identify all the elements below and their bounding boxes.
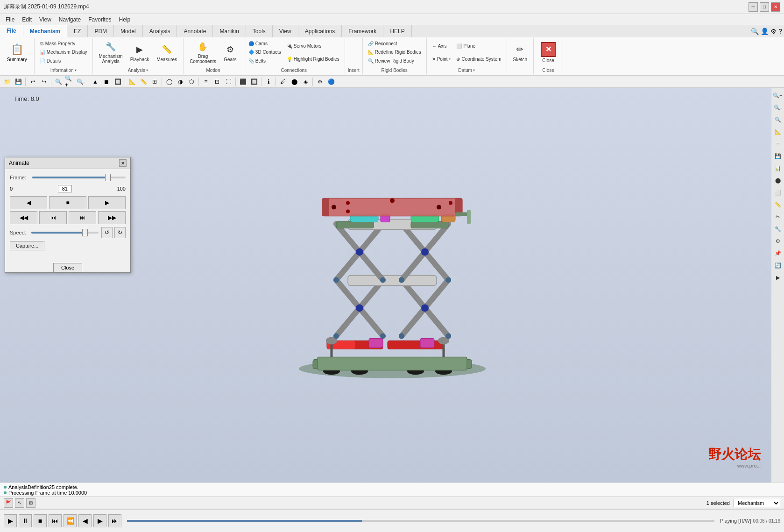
toolbar-btn-6[interactable]: 🔍+ — [64, 77, 75, 87]
tab-tools[interactable]: Tools — [246, 25, 273, 37]
play-bar-stop-button[interactable]: ■ — [34, 514, 47, 527]
play-bar-prev-button[interactable]: ⏪ — [64, 514, 77, 527]
tab-analysis[interactable]: Analysis — [143, 25, 177, 37]
viewport[interactable]: Time: 8.0 — [0, 88, 784, 482]
menu-navigate[interactable]: Navigate — [55, 15, 85, 24]
window-close-button[interactable]: ✕ — [771, 2, 780, 12]
toolbar-btn-25[interactable]: ◈ — [300, 77, 311, 87]
tab-model[interactable]: Model — [114, 25, 143, 37]
rt-zoom-out-button[interactable]: 🔍- — [772, 102, 784, 113]
details-button[interactable]: 📄 Details — [37, 57, 90, 65]
rt-measure-button[interactable]: 📐 — [772, 126, 784, 137]
tab-mechanism[interactable]: Mechanism — [23, 25, 67, 37]
rt-play-button[interactable]: ▶ — [772, 272, 784, 283]
prev-frames-button[interactable]: ◀◀ — [10, 211, 37, 224]
toolbar-btn-16[interactable]: ⬡ — [186, 77, 197, 87]
refresh-button[interactable]: ↺ — [101, 227, 113, 238]
menu-favorites[interactable]: Favorites — [85, 15, 115, 24]
summary-button[interactable]: 📋 Summary — [3, 39, 31, 65]
drag-components-button[interactable]: ✋ DragComponents — [186, 39, 219, 65]
user-icon[interactable]: 👤 — [761, 28, 769, 35]
axis-button[interactable]: ↔ Axis — [430, 42, 453, 50]
play-button[interactable]: ▶ — [88, 196, 126, 209]
to-end-button[interactable]: ⏭ — [69, 211, 96, 224]
information-dropdown-arrow[interactable]: ▾ — [75, 68, 77, 72]
redefine-rigid-bodies-button[interactable]: 📐 Redefine Rigid Bodies — [366, 48, 424, 57]
point-button[interactable]: ✕ Point ▾ — [430, 55, 453, 63]
rt-gear-button[interactable]: ⚙ — [772, 235, 784, 247]
rt-chart-button[interactable]: 📊 — [772, 163, 784, 174]
settings-icon[interactable]: ⚙ — [770, 28, 777, 35]
search-icon[interactable]: 🔍 — [751, 28, 759, 35]
stop-button[interactable]: ■ — [49, 196, 86, 209]
toolbar-btn-10[interactable]: 🔲 — [113, 77, 123, 87]
sel-flag-icon[interactable]: 🚩 — [4, 498, 13, 508]
review-rigid-body-button[interactable]: 🔍 Review Rigid Body — [366, 57, 424, 65]
help-icon[interactable]: ? — [778, 28, 782, 35]
rt-zoom-fit-button[interactable]: 🔍 — [772, 114, 784, 125]
menu-help[interactable]: Help — [115, 15, 134, 24]
tab-annotate[interactable]: Annotate — [177, 25, 213, 37]
rt-ruler-button[interactable]: 📏 — [772, 199, 784, 210]
mechanism-analysis-button[interactable]: 🔧 MechanismAnalysis — [96, 39, 126, 65]
tab-help[interactable]: HELP — [383, 25, 411, 37]
speed-slider[interactable] — [31, 229, 99, 236]
minimize-button[interactable]: ─ — [749, 2, 758, 12]
toolbar-btn-20[interactable]: ⬛ — [238, 77, 248, 87]
prev-button[interactable]: ◀ — [10, 196, 47, 209]
sketch-button[interactable]: ✏ Sketch — [510, 39, 531, 65]
play-progress-bar[interactable] — [127, 520, 714, 522]
rt-rotate-button[interactable]: 🔄 — [772, 260, 784, 271]
analysis-dropdown-arrow[interactable]: ▾ — [146, 68, 148, 72]
menu-file[interactable]: File — [2, 15, 18, 24]
speed-slider-thumb[interactable] — [82, 229, 88, 236]
rt-circle-button[interactable]: ⬤ — [772, 175, 784, 186]
3d-contacts-button[interactable]: 🔷 3D Contacts — [246, 48, 283, 57]
menu-edit[interactable]: Edit — [18, 15, 35, 24]
toolbar-btn-26[interactable]: ⚙ — [315, 77, 325, 87]
mechanism-close-button[interactable]: ✕ Close — [537, 39, 560, 65]
servo-motors-button[interactable]: 🔌 Servo Motors — [284, 42, 342, 50]
toolbar-btn-21[interactable]: 🔲 — [249, 77, 259, 87]
animate-dialog-close-button[interactable]: Close — [53, 263, 82, 272]
tab-view[interactable]: View — [273, 25, 298, 37]
toolbar-btn-13[interactable]: ⊞ — [149, 77, 160, 87]
play-bar-pause-button[interactable]: ⏸ — [19, 514, 32, 527]
tab-manikin[interactable]: Manikin — [213, 25, 246, 37]
rt-plane-button[interactable]: ⬜ — [772, 187, 784, 198]
capture-button[interactable]: Capture... — [10, 241, 44, 250]
play-bar-to-end-button[interactable]: ⏭ — [108, 514, 121, 527]
toolbar-btn-24[interactable]: ⬤ — [289, 77, 299, 87]
belts-button[interactable]: 📎 Belts — [246, 57, 283, 65]
tab-file[interactable]: File — [0, 25, 23, 37]
toolbar-btn-7[interactable]: 🔍- — [76, 77, 86, 87]
measures-button[interactable]: 📏 Measures — [153, 39, 180, 65]
mechanism-filter-dropdown[interactable]: Mechanism — [734, 499, 780, 507]
sel-cursor-icon[interactable]: ↖ — [15, 498, 24, 508]
play-bar-play-button[interactable]: ▶ — [4, 514, 17, 527]
play-bar-fast-button[interactable]: ▶ — [93, 514, 106, 527]
toolbar-btn-19[interactable]: ⛶ — [223, 77, 233, 87]
toolbar-btn-2[interactable]: 💾 — [13, 77, 23, 87]
toolbar-btn-14[interactable]: ◯ — [164, 77, 174, 87]
rt-save-button[interactable]: 💾 — [772, 150, 784, 162]
gears-button[interactable]: ⚙ Gears — [220, 39, 240, 65]
toolbar-btn-4[interactable]: ↪ — [39, 77, 49, 87]
frame-slider-thumb[interactable] — [105, 174, 111, 181]
next-frames-button[interactable]: ▶▶ — [98, 211, 126, 224]
coordinate-system-button[interactable]: ⊕ Coordinate System — [454, 55, 503, 63]
toolbar-btn-9[interactable]: ◼ — [101, 77, 112, 87]
toolbar-btn-11[interactable]: 📐 — [127, 77, 137, 87]
tab-pdm[interactable]: PDM — [88, 25, 114, 37]
toolbar-btn-17[interactable]: ≡ — [201, 77, 211, 87]
tab-applications[interactable]: Applications — [298, 25, 342, 37]
toolbar-btn-27[interactable]: 🔵 — [326, 77, 336, 87]
tab-framework[interactable]: Framework — [342, 25, 383, 37]
toolbar-btn-3[interactable]: ↩ — [28, 77, 38, 87]
toolbar-btn-18[interactable]: ⊡ — [212, 77, 222, 87]
toolbar-btn-12[interactable]: 📏 — [138, 77, 148, 87]
rt-zoom-in-button[interactable]: 🔍+ — [772, 90, 784, 101]
highlight-rigid-bodies-button[interactable]: 💡 Highlight Rigid Bodies — [284, 55, 342, 63]
rt-list-button[interactable]: ≡ — [772, 138, 784, 149]
frame-slider[interactable] — [32, 174, 126, 181]
